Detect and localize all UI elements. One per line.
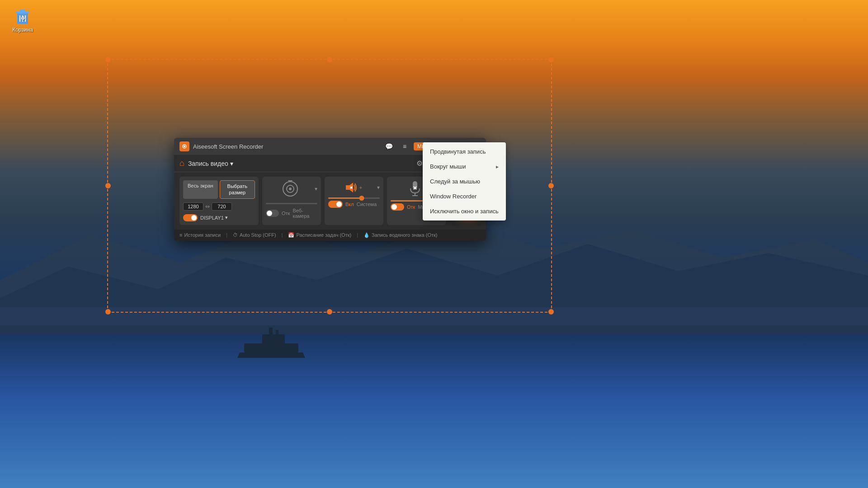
- system-audio-header: + ▾: [328, 180, 380, 195]
- system-audio-chevron[interactable]: ▾: [377, 184, 380, 191]
- webcam-slider-row: [266, 203, 317, 204]
- menu-item-window-recorder-label: Window Recorder: [430, 193, 476, 200]
- system-audio-section: + ▾ Вкл Система: [325, 177, 383, 225]
- record-mode-chevron: ▾: [230, 160, 233, 167]
- settings-icon[interactable]: ⚙: [416, 159, 423, 168]
- schedule-label: Расписание задач (Отк): [296, 232, 351, 238]
- screen-section: Весь экран Выбрать размер ⇔ DISPLAY1 ▾: [179, 177, 259, 225]
- mic-off-label: Отк: [407, 204, 415, 210]
- home-button[interactable]: ⌂: [179, 159, 184, 168]
- app-icon: [179, 141, 189, 151]
- toolbar-left: ⌂ Запись видео ▾: [179, 159, 233, 168]
- system-audio-slider-thumb[interactable]: [359, 196, 364, 201]
- handle-tm[interactable]: [327, 57, 332, 62]
- menu-item-around-mouse-label: Вокруг мыши: [430, 163, 466, 170]
- separator-1: |: [226, 232, 227, 238]
- separator-3: |: [357, 232, 358, 238]
- width-input[interactable]: [183, 202, 203, 211]
- handle-tl[interactable]: [105, 57, 111, 62]
- system-audio-name-label: Система: [357, 202, 377, 207]
- svg-point-17: [184, 145, 185, 147]
- handle-ml[interactable]: [105, 183, 111, 188]
- display-toggle-switch[interactable]: [183, 214, 198, 221]
- recycle-bin-label: Корзина: [12, 27, 33, 33]
- svg-marker-7: [237, 352, 305, 358]
- history-icon: ≡: [179, 232, 182, 238]
- auto-stop-item[interactable]: ⏱ Auto Stop (OFF): [233, 232, 276, 238]
- handle-tr[interactable]: [548, 57, 554, 62]
- menu-item-follow-mouse[interactable]: Следуй за мышью: [423, 174, 506, 189]
- svg-rect-4: [262, 334, 285, 344]
- screen-mode-buttons: Весь экран Выбрать размер: [183, 180, 255, 199]
- size-inputs: ⇔: [183, 202, 255, 211]
- size-arrow-icon: ⇔: [205, 203, 210, 210]
- title-bar-left: Aiseesoft Screen Recorder: [179, 141, 263, 151]
- record-mode-label: Запись видео: [188, 160, 228, 167]
- webcam-toggle-switch[interactable]: [266, 210, 279, 217]
- watermark-label: Запись водяного знака (Отк): [372, 232, 437, 238]
- water-area: [0, 334, 868, 488]
- message-icon: 💬: [385, 143, 393, 150]
- svg-rect-22: [288, 180, 292, 181]
- webcam-section: ▾ Отк Веб-камера: [262, 177, 321, 225]
- display-label[interactable]: DISPLAY1 ▾: [200, 215, 228, 221]
- system-audio-toggle-switch[interactable]: [328, 201, 343, 208]
- record-mode-selector[interactable]: Запись видео ▾: [188, 160, 233, 167]
- webcam-icon: [282, 180, 299, 197]
- menu-item-exclude-window-label: Исключить окно и запись: [430, 208, 499, 215]
- system-audio-on-label: Вкл: [345, 202, 354, 207]
- status-bar: ≡ История записи | ⏱ Auto Stop (OFF) | 📅…: [174, 230, 486, 241]
- mic-toggle-switch[interactable]: [391, 203, 404, 211]
- recycle-bin[interactable]: ♻ Корзина: [7, 7, 38, 33]
- svg-rect-3: [244, 343, 298, 352]
- choose-size-button[interactable]: Выбрать размер: [220, 180, 255, 199]
- menu-item-advanced-label: Продвинутая запись: [430, 148, 486, 155]
- full-screen-button[interactable]: Весь экран: [183, 180, 218, 199]
- svg-rect-6: [276, 330, 278, 335]
- webcam-header: ▾: [266, 180, 317, 197]
- desktop: ♻ Корзина Aiseesoft S: [0, 0, 868, 488]
- watermark-item[interactable]: 💧 Запись водяного знака (Отк): [363, 232, 437, 238]
- menu-item-window-recorder[interactable]: Window Recorder: [423, 189, 506, 204]
- height-input[interactable]: [212, 202, 232, 211]
- webcam-slider-track: [266, 203, 317, 204]
- mic-icon: [408, 180, 422, 197]
- menu-item-around-mouse[interactable]: Вокруг мыши ▸: [423, 159, 506, 174]
- menu-item-around-mouse-arrow: ▸: [496, 164, 499, 170]
- display-chevron: ▾: [225, 215, 228, 221]
- recycle-bin-icon: ♻: [14, 7, 32, 25]
- history-label: История записи: [184, 232, 221, 238]
- svg-point-20: [289, 188, 292, 190]
- webcam-chevron[interactable]: ▾: [315, 186, 317, 192]
- watermark-icon: 💧: [363, 232, 370, 238]
- history-item[interactable]: ≡ История записи: [179, 232, 221, 238]
- menu-item-advanced[interactable]: Продвинутая запись: [423, 144, 506, 159]
- system-audio-slider-row: [328, 197, 380, 199]
- menu-item-follow-mouse-label: Следуй за мышью: [430, 178, 480, 185]
- webcam-toggle-label: Отк: [282, 211, 290, 216]
- svg-marker-23: [346, 183, 353, 192]
- webcam-toggle: Отк Веб-камера: [266, 208, 317, 219]
- system-audio-icon: [343, 180, 358, 195]
- svg-text:♻: ♻: [21, 16, 25, 21]
- menu-button[interactable]: ≡: [398, 141, 411, 151]
- menu-icon: ≡: [403, 143, 406, 150]
- schedule-icon: 📅: [288, 232, 294, 238]
- svg-rect-10: [20, 9, 25, 12]
- separator-2: |: [282, 232, 283, 238]
- webcam-name-label: Веб-камера: [292, 208, 317, 219]
- message-button[interactable]: 💬: [383, 141, 396, 151]
- svg-rect-2: [0, 307, 868, 325]
- system-audio-slider-fill: [328, 197, 362, 199]
- schedule-item[interactable]: 📅 Расписание задач (Отк): [288, 232, 351, 238]
- menu-item-exclude-window[interactable]: Исключить окно и запись: [423, 204, 506, 219]
- dropdown-menu: Продвинутая запись Вокруг мыши ▸ Следуй …: [423, 142, 506, 221]
- system-audio-toggle: Вкл Система: [328, 201, 380, 208]
- system-audio-slider-track[interactable]: [328, 197, 380, 199]
- auto-stop-label: Auto Stop (OFF): [240, 232, 276, 238]
- handle-mr[interactable]: [548, 183, 554, 188]
- ship-silhouette: [235, 325, 307, 361]
- app-title: Aiseesoft Screen Recorder: [193, 143, 263, 150]
- display-toggle: DISPLAY1 ▾: [183, 214, 255, 221]
- auto-stop-icon: ⏱: [233, 232, 238, 238]
